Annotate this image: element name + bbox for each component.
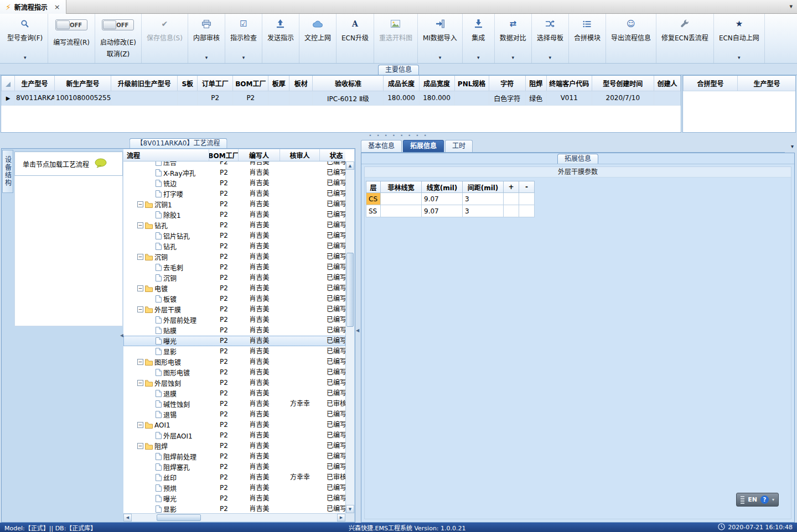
tree-row[interactable]: −外层干膜P2肖吉美已编写 <box>123 304 345 315</box>
tree-collapse-icon[interactable]: − <box>137 222 143 228</box>
toolbar-item-model-query[interactable]: 型号查询(F)▾ <box>2 14 48 63</box>
chevron-down-icon[interactable]: ▾ <box>549 55 552 60</box>
scroll-left-icon[interactable]: ◀ <box>123 514 132 521</box>
chevron-down-icon[interactable]: ▾ <box>738 55 741 60</box>
tree-row[interactable]: 曝光P2肖吉美已编写 <box>123 493 345 504</box>
toolbar-item-doc-upload[interactable]: 文控上网 <box>299 14 337 63</box>
tree-collapse-icon[interactable]: − <box>137 422 143 428</box>
main-col-header[interactable]: 验收标准 <box>313 76 384 91</box>
param-col-header[interactable]: - <box>519 181 535 193</box>
tree-row[interactable]: X-Ray冲孔P2肖吉美已编写 <box>123 168 345 178</box>
main-col-header[interactable]: 成品宽度 <box>419 76 454 91</box>
tab-work-hours[interactable]: 工时 <box>445 140 473 152</box>
toolbar-item-internal-audit[interactable]: 内部审核▾ <box>188 14 225 63</box>
tree-row[interactable]: −钻孔P2肖吉美已编写 <box>123 220 345 231</box>
tree-collapse-icon[interactable]: − <box>137 201 143 207</box>
tab-extended-info[interactable]: 拓展信息 <box>403 140 444 152</box>
doc-tab-new-flow-instruction[interactable]: ⚡ 新流程指示 × <box>0 0 66 14</box>
tree-collapse-icon[interactable]: − <box>137 285 143 291</box>
toolbar-item-repair-ecn-flow[interactable]: 修复ECN丢流程 <box>656 14 714 63</box>
scroll-right-icon[interactable]: ▶ <box>337 514 345 521</box>
horizontal-scrollbar[interactable]: ◀ ▶ <box>123 513 345 521</box>
tree-row[interactable]: 丝印P2肖吉美方幸幸已审核 <box>123 472 345 483</box>
toolbar-item-data-compare[interactable]: ⇄数据对比▾ <box>495 14 532 63</box>
tree-row[interactable]: 钻孔P2肖吉美已编写 <box>123 241 345 252</box>
tree-row[interactable]: −图形电镀P2肖吉美已编写 <box>123 357 345 367</box>
tree-collapse-icon[interactable]: − <box>137 359 143 365</box>
tree-row[interactable]: 铣边P2肖吉美已编写 <box>123 178 345 189</box>
tree-row[interactable]: 压合P2肖吉美已编写 <box>123 161 345 168</box>
tree-row[interactable]: 贴膜P2肖吉美已编写 <box>123 325 345 336</box>
main-col-header[interactable]: 板材 <box>289 76 313 91</box>
main-info-row[interactable]: ▶8V011ARKA010010800052551P2P2IPC-6012 Ⅱ级… <box>2 91 681 105</box>
main-col-header[interactable]: BOM工厂 <box>233 76 268 91</box>
chevron-down-icon[interactable]: ▾ <box>789 3 793 10</box>
language-bar[interactable]: EN ? ▾ <box>736 493 779 507</box>
main-col-header[interactable]: 生产型号 <box>15 76 55 91</box>
tab-basic-info[interactable]: 基本信息 <box>361 140 402 152</box>
main-col-header[interactable]: 终端客户代码 <box>546 76 592 91</box>
tree-row[interactable]: 板镀P2肖吉美已编写 <box>123 294 345 304</box>
main-col-header[interactable]: 创建人 <box>654 76 680 91</box>
param-col-header[interactable]: 层 <box>366 181 381 193</box>
tree-row[interactable]: −阻焊P2肖吉美已编写 <box>123 441 345 451</box>
start-modify-toggle[interactable]: OFF <box>102 19 134 30</box>
tree-row[interactable]: 图形电镀P2肖吉美已编写 <box>123 367 345 378</box>
chevron-down-icon[interactable]: ▾ <box>791 143 794 149</box>
tree-row[interactable]: 阻焊前处理P2肖吉美已编写 <box>123 451 345 462</box>
write-flow-toggle[interactable]: OFF <box>55 19 87 30</box>
tree-row[interactable]: 外层AOI1P2肖吉美已编写 <box>123 430 345 441</box>
tree-row[interactable]: 外层前处理P2肖吉美已编写 <box>123 315 345 325</box>
tree-collapse-icon[interactable]: − <box>137 443 143 449</box>
merge-col-header[interactable]: 生产型号 <box>738 76 796 91</box>
param-row[interactable]: SS9.073 <box>366 205 535 217</box>
tree-row[interactable]: 退膜P2肖吉美已编写 <box>123 388 345 399</box>
tree-row[interactable]: 显影P2肖吉美已编写 <box>123 346 345 357</box>
language-indicator[interactable]: EN <box>748 496 757 503</box>
tree-col-header[interactable]: BOM工厂 <box>209 149 239 161</box>
load-flow-hint[interactable]: 单击节点加载工艺流程 <box>14 152 123 176</box>
langbar-grip-icon[interactable] <box>741 496 744 504</box>
panel-splitter[interactable]: ◀ <box>355 138 360 523</box>
param-col-header[interactable]: 线宽(mil) <box>422 181 463 193</box>
main-col-header[interactable]: 订单工厂 <box>198 76 233 91</box>
tree-row[interactable]: 显影P2肖吉美已编写 <box>123 504 345 513</box>
horizontal-scrollbar-thumb[interactable] <box>157 514 201 521</box>
tree-collapse-icon[interactable]: − <box>137 254 143 260</box>
toolbar-item-integrate[interactable]: 集成▾ <box>463 14 495 63</box>
tree-row[interactable]: 曝光P2肖吉美已编写 <box>123 336 345 346</box>
tree-row[interactable]: 打字喽P2肖吉美已编写 <box>123 189 345 199</box>
tree-row[interactable]: 铝片钻孔P2肖吉美已编写 <box>123 231 345 241</box>
toolbar-item-ecn-auto-upload[interactable]: ★ECN自动上网▾ <box>714 14 765 63</box>
horizontal-splitter[interactable]: • • • • • • • • <box>0 133 797 138</box>
tree-row[interactable]: −外层蚀刻P2肖吉美已编写 <box>123 378 345 388</box>
close-icon[interactable]: × <box>54 3 60 11</box>
scroll-down-icon[interactable]: ▼ <box>346 505 354 513</box>
langbar-options-icon[interactable]: ▾ <box>772 497 774 502</box>
tree-row[interactable]: 去毛刺P2肖吉美已编写 <box>123 262 345 273</box>
toolbar-item-export-flow-info[interactable]: ☺导出流程信息 <box>606 14 656 63</box>
param-row[interactable]: CS9.073 <box>366 193 535 205</box>
param-col-header[interactable]: + <box>504 181 519 193</box>
device-tree-area[interactable] <box>14 176 123 326</box>
select-all-corner[interactable] <box>2 76 15 91</box>
main-col-header[interactable]: PNL规格 <box>454 76 489 91</box>
tree-col-header[interactable]: 状态 <box>320 149 345 161</box>
toolbar-item-start-modify[interactable]: OFF启动修改(E)取消(Z) <box>95 14 142 63</box>
vertical-scrollbar-thumb[interactable] <box>346 253 354 327</box>
main-col-header[interactable]: 升级前旧生产型号 <box>111 76 178 91</box>
toolbar-item-merge-module[interactable]: 合拼模块 <box>569 14 606 63</box>
toolbar-item-write-flow[interactable]: OFF编写流程(R) <box>48 14 95 63</box>
tree-row[interactable]: 预烘P2肖吉美已编写 <box>123 483 345 493</box>
help-icon[interactable]: ? <box>760 496 769 504</box>
toolbar-item-sub-label[interactable]: 取消(Z) <box>107 49 130 58</box>
tree-row[interactable]: −电镀P2肖吉美已编写 <box>123 283 345 294</box>
chevron-down-icon[interactable]: ▾ <box>205 55 208 60</box>
tree-col-header[interactable]: 编写人 <box>239 149 280 161</box>
tree-collapse-icon[interactable]: − <box>137 380 143 386</box>
tree-row[interactable]: 碱性蚀刻P2肖吉美方幸幸已审核 <box>123 399 345 409</box>
tree-collapse-icon[interactable]: − <box>137 306 143 312</box>
merge-col-header[interactable]: 合拼型号 <box>684 76 738 91</box>
chevron-down-icon[interactable]: ▾ <box>477 55 480 60</box>
tree-row[interactable]: 退锡P2肖吉美已编写 <box>123 409 345 420</box>
